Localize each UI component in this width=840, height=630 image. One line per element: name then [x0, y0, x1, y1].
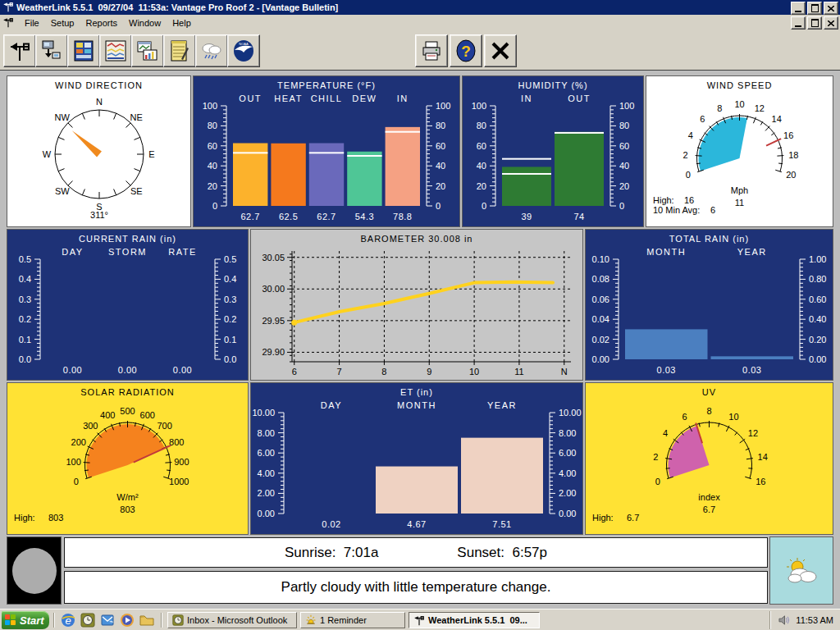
svg-text:NE: NE	[130, 112, 143, 122]
download-data-button[interactable]	[35, 34, 68, 67]
svg-text:4: 4	[688, 130, 693, 140]
svg-text:High:: High:	[653, 195, 674, 205]
svg-text:60: 60	[477, 141, 486, 151]
svg-text:4.00: 4.00	[559, 468, 576, 478]
panel-wind-speed: WIND SPEED02468101214161820Mph11High:161…	[646, 75, 833, 227]
svg-text:30.05: 30.05	[262, 253, 285, 262]
svg-text:0.2: 0.2	[224, 314, 236, 324]
task-inbox-outlook[interactable]: Inbox - Microsoft Outlook	[167, 612, 297, 628]
svg-text:0.3: 0.3	[224, 294, 236, 304]
bulletin-button[interactable]	[67, 34, 100, 67]
svg-text:High:: High:	[14, 513, 35, 523]
svg-text:6: 6	[710, 205, 715, 215]
titlebar[interactable]: WeatherLink 5.5.1 09/27/04 11:53a: Vanta…	[0, 0, 840, 15]
svg-text:TEMPERATURE (°F): TEMPERATURE (°F)	[277, 80, 376, 90]
svg-text:0.2: 0.2	[19, 314, 31, 324]
svg-text:10.00: 10.00	[252, 408, 275, 418]
svg-text:DAY: DAY	[62, 247, 83, 257]
svg-text:4.67: 4.67	[407, 519, 426, 529]
svg-text:HEAT: HEAT	[274, 94, 303, 103]
summary-report-button[interactable]	[131, 34, 164, 67]
strip-charts-button[interactable]	[99, 34, 132, 67]
svg-text:DAY: DAY	[321, 400, 342, 410]
menu-help[interactable]: Help	[167, 16, 197, 30]
svg-text:0.00: 0.00	[809, 354, 826, 364]
task-weatherlink[interactable]: WeatherLink 5.5.1 09...	[409, 612, 540, 628]
app-icon	[2, 1, 14, 14]
svg-text:74: 74	[573, 212, 584, 221]
svg-text:10: 10	[469, 367, 479, 377]
outlook-express-icon[interactable]	[99, 612, 116, 628]
svg-text:11: 11	[735, 198, 744, 208]
svg-text:WIND SPEED: WIND SPEED	[707, 80, 773, 90]
mdi-close-button[interactable]	[824, 16, 838, 30]
svg-text:700: 700	[158, 421, 172, 431]
svg-text:W: W	[43, 149, 52, 159]
menu-file[interactable]: File	[19, 16, 45, 30]
svg-text:IN: IN	[397, 94, 409, 103]
svg-text:0.00: 0.00	[63, 365, 82, 375]
task-label: WeatherLink 5.5.1 09...	[428, 615, 527, 625]
help-button[interactable]: ?	[450, 34, 482, 67]
svg-text:N: N	[561, 367, 568, 377]
media-player-icon[interactable]	[119, 612, 135, 628]
svg-text:0.00: 0.00	[559, 509, 576, 518]
menu-reports[interactable]: Reports	[80, 16, 123, 30]
svg-text:6: 6	[682, 412, 687, 422]
svg-text:60: 60	[208, 141, 217, 151]
print-button[interactable]	[415, 34, 448, 67]
notes-button[interactable]	[163, 34, 196, 67]
taskbar-divider	[161, 613, 162, 628]
svg-text:0.03: 0.03	[657, 365, 676, 375]
toolbar: NOAA ?	[0, 31, 840, 71]
svg-text:W/m²: W/m²	[116, 492, 139, 502]
svg-text:0.0: 0.0	[19, 354, 31, 364]
mdi-restore-button[interactable]	[807, 16, 822, 30]
close-button[interactable]	[824, 2, 838, 15]
svg-text:500: 500	[120, 406, 135, 416]
menu-window[interactable]: Window	[123, 16, 167, 30]
svg-text:600: 600	[140, 410, 155, 420]
svg-text:UV: UV	[702, 387, 716, 397]
svg-text:TOTAL RAIN (in): TOTAL RAIN (in)	[669, 234, 749, 244]
svg-text:8: 8	[706, 406, 711, 416]
start-button[interactable]: Start	[2, 611, 49, 629]
svg-text:803: 803	[48, 513, 63, 523]
svg-text:10: 10	[734, 99, 744, 109]
task-label: Inbox - Microsoft Outlook	[187, 615, 287, 625]
noaa-button[interactable]: NOAA	[227, 34, 260, 67]
menu-setup[interactable]: Setup	[45, 16, 80, 30]
svg-text:40: 40	[619, 161, 629, 171]
rain-data-button[interactable]	[195, 34, 228, 67]
svg-text:100: 100	[436, 101, 450, 111]
windows-logo-icon	[5, 614, 16, 626]
folder-icon[interactable]	[139, 612, 155, 628]
task-reminder[interactable]: 1 Reminder	[300, 612, 405, 628]
panel-et: ET (in)0.000.002.002.004.004.006.006.008…	[250, 382, 583, 535]
forecast-text: Partly cloudy with little temperature ch…	[281, 579, 551, 596]
outlook-icon[interactable]	[80, 612, 96, 628]
svg-text:300: 300	[83, 421, 98, 431]
mdi-minimize-button[interactable]	[791, 16, 806, 30]
weatherlink-window: WeatherLink 5.5.1 09/27/04 11:53a: Vanta…	[0, 0, 840, 630]
svg-text:0.02: 0.02	[592, 335, 609, 345]
restore-button[interactable]	[807, 2, 822, 15]
svg-text:12: 12	[748, 428, 758, 438]
svg-text:311°: 311°	[90, 210, 108, 220]
forecast-icon-box	[769, 536, 833, 605]
panel-temperature: TEMPERATURE (°F)002020404060608080100100…	[193, 75, 460, 227]
wind-vane-button[interactable]	[3, 34, 36, 67]
svg-text:78.8: 78.8	[393, 212, 412, 221]
close-bulletin-button[interactable]	[484, 34, 517, 67]
svg-text:0.1: 0.1	[19, 335, 31, 345]
svg-text:MONTH: MONTH	[646, 247, 686, 257]
document-icon[interactable]	[2, 16, 14, 30]
minimize-button[interactable]	[791, 2, 806, 15]
volume-icon[interactable]	[778, 614, 791, 626]
svg-text:0.06: 0.06	[592, 294, 609, 304]
svg-text:80: 80	[208, 121, 217, 130]
svg-text:IN: IN	[521, 94, 532, 103]
svg-text:6.00: 6.00	[258, 448, 275, 458]
svg-text:High:: High:	[592, 513, 614, 523]
internet-explorer-icon[interactable]: e	[60, 612, 76, 628]
